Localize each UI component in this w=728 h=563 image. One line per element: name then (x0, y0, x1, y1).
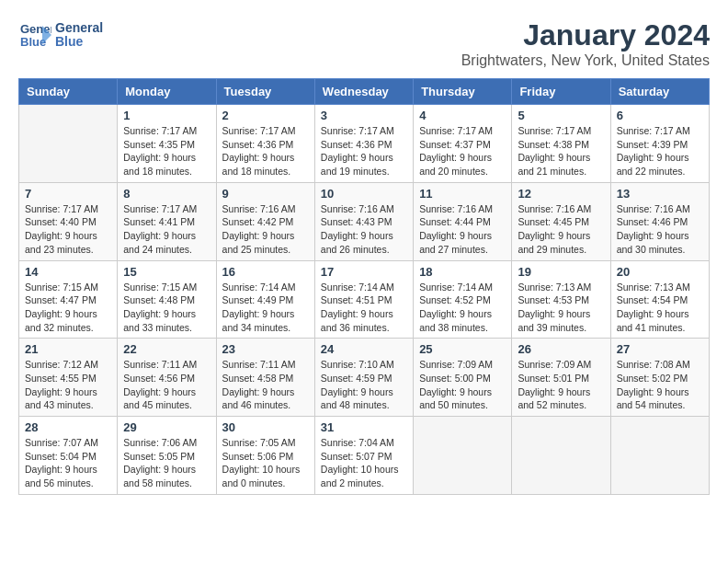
day-number: 30 (222, 420, 309, 434)
day-number: 5 (518, 109, 604, 122)
day-info: Sunrise: 7:14 AM Sunset: 4:52 PM Dayligh… (419, 281, 506, 335)
day-number: 19 (518, 265, 604, 279)
day-info: Sunrise: 7:15 AM Sunset: 4:47 PM Dayligh… (25, 281, 111, 335)
location: Brightwaters, New York, United States (461, 52, 710, 69)
day-info: Sunrise: 7:16 AM Sunset: 4:46 PM Dayligh… (617, 202, 703, 257)
day-info: Sunrise: 7:09 AM Sunset: 5:01 PM Dayligh… (518, 358, 604, 412)
calendar-week-5: 28Sunrise: 7:07 AM Sunset: 5:04 PM Dayli… (19, 417, 710, 495)
day-number: 4 (419, 109, 506, 122)
title-area: January 2024 Brightwaters, New York, Uni… (461, 18, 710, 69)
calendar-cell: 11Sunrise: 7:16 AM Sunset: 4:44 PM Dayli… (414, 182, 512, 260)
day-number: 7 (25, 187, 111, 201)
day-number: 25 (419, 342, 506, 356)
calendar-week-3: 14Sunrise: 7:15 AM Sunset: 4:47 PM Dayli… (19, 260, 710, 339)
day-info: Sunrise: 7:17 AM Sunset: 4:39 PM Dayligh… (617, 124, 703, 178)
day-number: 6 (617, 109, 703, 122)
day-info: Sunrise: 7:11 AM Sunset: 4:58 PM Dayligh… (222, 358, 309, 412)
day-info: Sunrise: 7:17 AM Sunset: 4:36 PM Dayligh… (321, 124, 407, 178)
day-header-friday: Friday (512, 79, 610, 105)
calendar-cell: 15Sunrise: 7:15 AM Sunset: 4:48 PM Dayli… (118, 260, 216, 339)
calendar-cell: 31Sunrise: 7:04 AM Sunset: 5:07 PM Dayli… (314, 417, 413, 495)
calendar-cell: 20Sunrise: 7:13 AM Sunset: 4:54 PM Dayli… (610, 260, 709, 339)
day-info: Sunrise: 7:08 AM Sunset: 5:02 PM Dayligh… (617, 358, 703, 412)
calendar-table: SundayMondayTuesdayWednesdayThursdayFrid… (18, 78, 710, 495)
day-info: Sunrise: 7:10 AM Sunset: 4:59 PM Dayligh… (321, 358, 407, 412)
day-info: Sunrise: 7:16 AM Sunset: 4:42 PM Dayligh… (222, 202, 309, 257)
logo-text-blue: Blue (55, 35, 103, 49)
calendar-cell: 10Sunrise: 7:16 AM Sunset: 4:43 PM Dayli… (314, 182, 413, 260)
day-number: 23 (222, 342, 309, 356)
day-number: 26 (518, 342, 604, 356)
calendar-cell: 8Sunrise: 7:17 AM Sunset: 4:41 PM Daylig… (118, 182, 216, 260)
day-number: 29 (123, 420, 210, 434)
day-number: 3 (321, 109, 407, 122)
header: General Blue General Blue January 2024 B… (18, 18, 710, 69)
day-info: Sunrise: 7:16 AM Sunset: 4:45 PM Dayligh… (518, 202, 604, 257)
day-number: 31 (321, 420, 407, 434)
calendar-cell: 2Sunrise: 7:17 AM Sunset: 4:36 PM Daylig… (216, 105, 314, 183)
calendar-cell: 12Sunrise: 7:16 AM Sunset: 4:45 PM Dayli… (512, 182, 610, 260)
day-info: Sunrise: 7:11 AM Sunset: 4:56 PM Dayligh… (123, 358, 210, 412)
day-number: 9 (222, 187, 309, 201)
day-header-thursday: Thursday (414, 79, 512, 105)
day-info: Sunrise: 7:16 AM Sunset: 4:43 PM Dayligh… (321, 202, 407, 257)
day-info: Sunrise: 7:17 AM Sunset: 4:36 PM Dayligh… (222, 124, 309, 178)
day-info: Sunrise: 7:06 AM Sunset: 5:05 PM Dayligh… (123, 436, 210, 490)
day-number: 18 (419, 265, 506, 279)
day-number: 13 (617, 187, 703, 201)
day-info: Sunrise: 7:17 AM Sunset: 4:35 PM Dayligh… (123, 124, 210, 178)
calendar-week-1: 1Sunrise: 7:17 AM Sunset: 4:35 PM Daylig… (19, 105, 710, 183)
logo-text-general: General (55, 21, 103, 35)
day-info: Sunrise: 7:14 AM Sunset: 4:49 PM Dayligh… (222, 281, 309, 335)
day-header-sunday: Sunday (19, 79, 118, 105)
day-number: 27 (617, 342, 703, 356)
calendar-week-2: 7Sunrise: 7:17 AM Sunset: 4:40 PM Daylig… (19, 182, 710, 260)
calendar-cell: 27Sunrise: 7:08 AM Sunset: 5:02 PM Dayli… (610, 339, 709, 417)
day-info: Sunrise: 7:04 AM Sunset: 5:07 PM Dayligh… (321, 436, 407, 490)
day-info: Sunrise: 7:14 AM Sunset: 4:51 PM Dayligh… (321, 281, 407, 335)
calendar-cell: 3Sunrise: 7:17 AM Sunset: 4:36 PM Daylig… (314, 105, 413, 183)
day-number: 2 (222, 109, 309, 122)
day-number: 22 (123, 342, 210, 356)
day-number: 10 (321, 187, 407, 201)
calendar-cell: 30Sunrise: 7:05 AM Sunset: 5:06 PM Dayli… (216, 417, 314, 495)
day-info: Sunrise: 7:16 AM Sunset: 4:44 PM Dayligh… (419, 202, 506, 257)
day-number: 17 (321, 265, 407, 279)
logo-icon: General Blue (18, 18, 51, 52)
calendar-cell: 29Sunrise: 7:06 AM Sunset: 5:05 PM Dayli… (118, 417, 216, 495)
day-info: Sunrise: 7:09 AM Sunset: 5:00 PM Dayligh… (419, 358, 506, 412)
month-title: January 2024 (461, 18, 710, 52)
calendar-cell (19, 105, 118, 183)
calendar-cell: 16Sunrise: 7:14 AM Sunset: 4:49 PM Dayli… (216, 260, 314, 339)
day-number: 15 (123, 265, 210, 279)
day-number: 21 (25, 342, 111, 356)
day-number: 11 (419, 187, 506, 201)
day-header-wednesday: Wednesday (314, 79, 413, 105)
day-info: Sunrise: 7:17 AM Sunset: 4:37 PM Dayligh… (419, 124, 506, 178)
day-number: 28 (25, 420, 111, 434)
day-number: 8 (123, 187, 210, 201)
calendar-cell: 24Sunrise: 7:10 AM Sunset: 4:59 PM Dayli… (314, 339, 413, 417)
calendar-cell: 1Sunrise: 7:17 AM Sunset: 4:35 PM Daylig… (118, 105, 216, 183)
calendar-cell: 9Sunrise: 7:16 AM Sunset: 4:42 PM Daylig… (216, 182, 314, 260)
calendar-cell (414, 417, 512, 495)
day-info: Sunrise: 7:13 AM Sunset: 4:54 PM Dayligh… (617, 281, 703, 335)
calendar-cell (512, 417, 610, 495)
calendar-cell: 17Sunrise: 7:14 AM Sunset: 4:51 PM Dayli… (314, 260, 413, 339)
day-info: Sunrise: 7:17 AM Sunset: 4:40 PM Dayligh… (25, 202, 111, 257)
day-info: Sunrise: 7:12 AM Sunset: 4:55 PM Dayligh… (25, 358, 111, 412)
day-number: 14 (25, 265, 111, 279)
day-info: Sunrise: 7:17 AM Sunset: 4:41 PM Dayligh… (123, 202, 210, 257)
svg-text:Blue: Blue (20, 35, 46, 49)
day-header-saturday: Saturday (610, 79, 709, 105)
calendar-cell: 22Sunrise: 7:11 AM Sunset: 4:56 PM Dayli… (118, 339, 216, 417)
calendar-cell: 25Sunrise: 7:09 AM Sunset: 5:00 PM Dayli… (414, 339, 512, 417)
day-number: 16 (222, 265, 309, 279)
day-number: 12 (518, 187, 604, 201)
day-info: Sunrise: 7:13 AM Sunset: 4:53 PM Dayligh… (518, 281, 604, 335)
day-header-tuesday: Tuesday (216, 79, 314, 105)
day-info: Sunrise: 7:15 AM Sunset: 4:48 PM Dayligh… (123, 281, 210, 335)
calendar-cell: 21Sunrise: 7:12 AM Sunset: 4:55 PM Dayli… (19, 339, 118, 417)
calendar-cell: 23Sunrise: 7:11 AM Sunset: 4:58 PM Dayli… (216, 339, 314, 417)
calendar-cell: 14Sunrise: 7:15 AM Sunset: 4:47 PM Dayli… (19, 260, 118, 339)
